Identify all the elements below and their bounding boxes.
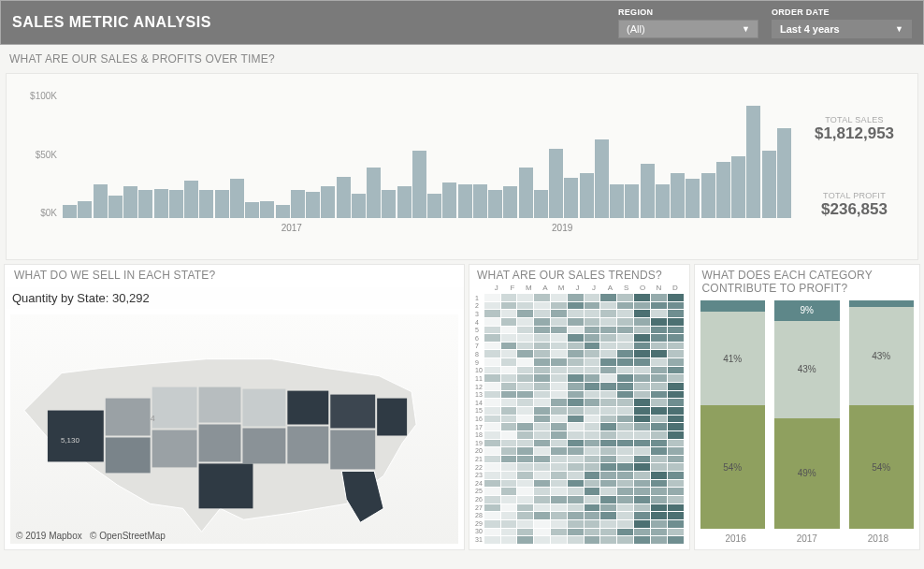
svg-rect-13 bbox=[330, 430, 375, 469]
time-chart-title: WHAT ARE OUR SALES & PROFITS OVER TIME? bbox=[0, 45, 924, 71]
region-dropdown[interactable]: (All) ▼ bbox=[618, 20, 758, 38]
svg-rect-2 bbox=[106, 437, 151, 473]
x-axis: 2017 2019 bbox=[63, 223, 791, 233]
svg-text:4: 4 bbox=[151, 414, 155, 423]
totals: TOTAL SALES $1,812,953 TOTAL PROFIT $236… bbox=[791, 74, 917, 259]
svg-rect-8 bbox=[242, 389, 285, 427]
page-title: SALES METRIC ANALYSIS bbox=[12, 14, 605, 31]
us-map[interactable]: 4 5,130 © 2019 Mapbox © OpenStreetMap bbox=[10, 314, 458, 544]
svg-rect-3 bbox=[152, 387, 197, 429]
svg-rect-14 bbox=[377, 399, 407, 436]
y-axis: $100K $50K $0K bbox=[7, 74, 63, 259]
total-sales-label: TOTAL SALES bbox=[797, 115, 912, 124]
svg-rect-7 bbox=[199, 463, 253, 508]
map-credit: © 2019 Mapbox © OpenStreetMap bbox=[16, 531, 166, 541]
dashboard-header: SALES METRIC ANALYSIS REGION (All) ▼ ORD… bbox=[0, 0, 924, 45]
svg-rect-6 bbox=[199, 425, 241, 462]
region-filter: REGION (All) ▼ bbox=[618, 7, 758, 38]
total-profit-label: TOTAL PROFIT bbox=[797, 191, 912, 200]
svg-rect-12 bbox=[330, 395, 375, 429]
svg-rect-10 bbox=[287, 391, 328, 425]
bar-area: 2017 2019 bbox=[63, 74, 791, 259]
seg-c: 54% bbox=[849, 405, 915, 529]
svg-rect-4 bbox=[152, 430, 197, 467]
chevron-down-icon: ▼ bbox=[895, 24, 903, 34]
total-profit-value: $236,853 bbox=[797, 200, 912, 219]
date-dropdown[interactable]: Last 4 years ▼ bbox=[772, 20, 912, 38]
region-filter-label: REGION bbox=[618, 7, 758, 17]
total-sales-value: $1,812,953 bbox=[797, 124, 912, 143]
svg-rect-1 bbox=[106, 399, 151, 436]
svg-rect-9 bbox=[242, 429, 285, 464]
svg-text:5,130: 5,130 bbox=[61, 436, 80, 445]
seg-a bbox=[849, 300, 915, 307]
time-chart: $100K $50K $0K 2017 2019 TOTAL SALES $1,… bbox=[6, 73, 918, 260]
date-filter: ORDER DATE Last 4 years ▼ bbox=[772, 7, 912, 38]
svg-rect-11 bbox=[287, 427, 328, 464]
seg-b: 43% bbox=[849, 307, 915, 405]
date-filter-label: ORDER DATE bbox=[772, 7, 912, 17]
svg-rect-5 bbox=[199, 387, 241, 423]
stack-2018[interactable]: 43%54% bbox=[849, 300, 915, 529]
chevron-down-icon: ▼ bbox=[742, 24, 750, 34]
